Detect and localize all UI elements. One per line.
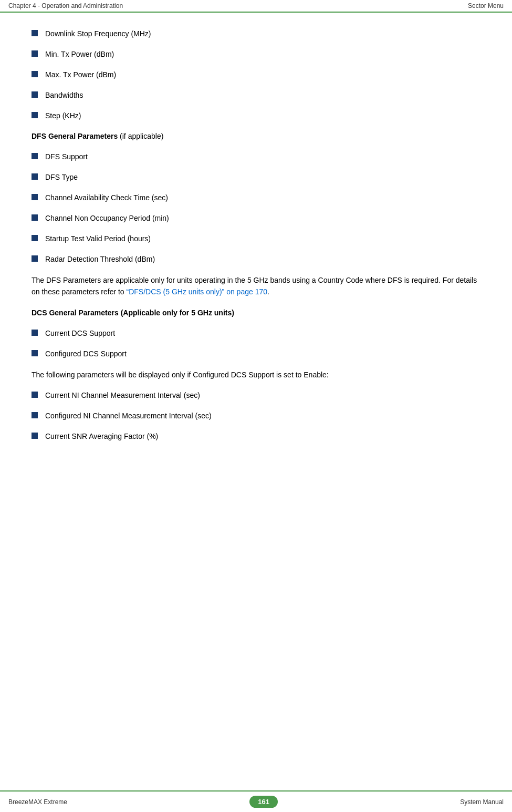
dfs-link[interactable]: “DFS/DCS (5 GHz units only)” on page 170 <box>127 287 267 296</box>
bullet-label: Startup Test Valid Period (hours) <box>45 233 151 244</box>
bullet-label: Configured NI Channel Measurement Interv… <box>45 410 212 422</box>
bullet-label: Current DCS Support <box>45 328 115 339</box>
bullet-icon <box>32 91 38 98</box>
bullet-label: Current SNR Averaging Factor (%) <box>45 431 158 442</box>
list-item: Current SNR Averaging Factor (%) <box>32 431 480 442</box>
list-item: DFS Support <box>32 151 480 162</box>
dfs-heading-normal: (if applicable) <box>118 132 163 140</box>
bullet-label: Channel Availability Check Time (sec) <box>45 192 168 203</box>
dcs-section-heading: DCS General Parameters (Applicable only … <box>32 307 480 318</box>
bullet-label: Downlink Stop Frequency (MHz) <box>45 28 151 39</box>
bullet-label: Configured DCS Support <box>45 348 127 359</box>
bullet-icon <box>32 412 38 418</box>
bullet-icon <box>32 214 38 221</box>
list-item: Current DCS Support <box>32 328 480 339</box>
footer-right-label: System Manual <box>460 798 504 806</box>
list-item: Startup Test Valid Period (hours) <box>32 233 480 244</box>
footer-left-label: BreezeMAX Extreme <box>8 798 67 806</box>
dcs-paragraph: The following parameters will be display… <box>32 369 480 381</box>
bullet-icon <box>32 235 38 241</box>
list-item: Max. Tx Power (dBm) <box>32 69 480 80</box>
dfs-heading-bold: DFS General Parameters <box>32 132 118 140</box>
bullet-label: Max. Tx Power (dBm) <box>45 69 116 80</box>
list-item: Bandwidths <box>32 90 480 101</box>
bullet-icon <box>32 71 38 77</box>
header-left: Chapter 4 - Operation and Administration <box>8 2 123 9</box>
bullet-icon <box>32 173 38 180</box>
list-item: DFS Type <box>32 172 480 183</box>
bullet-icon <box>32 330 38 336</box>
bullet-icon <box>32 350 38 356</box>
list-item: Downlink Stop Frequency (MHz) <box>32 28 480 39</box>
list-item: Configured NI Channel Measurement Interv… <box>32 410 480 422</box>
dfs-para-text-after: . <box>267 287 269 296</box>
bullet-label: Bandwidths <box>45 90 83 101</box>
list-item: Configured DCS Support <box>32 348 480 359</box>
list-item: Channel Non Occupancy Period (min) <box>32 213 480 224</box>
bullet-icon <box>32 392 38 398</box>
bullet-label: Current NI Channel Measurement Interval … <box>45 390 200 401</box>
list-item: Min. Tx Power (dBm) <box>32 49 480 60</box>
header-bar: Chapter 4 - Operation and Administration… <box>0 0 512 13</box>
bullet-label: Channel Non Occupancy Period (min) <box>45 213 169 224</box>
header-right: Sector Menu <box>468 2 504 9</box>
bullet-label: Min. Tx Power (dBm) <box>45 49 114 60</box>
bullet-label: Radar Detection Threshold (dBm) <box>45 254 155 265</box>
bullet-icon <box>32 112 38 118</box>
bullet-label: Step (KHz) <box>45 110 81 121</box>
dcs-heading-text: DCS General Parameters (Applicable only … <box>32 309 234 317</box>
bullet-label: DFS Support <box>45 151 88 162</box>
bullet-icon <box>32 153 38 159</box>
list-item: Radar Detection Threshold (dBm) <box>32 254 480 265</box>
list-item: Current NI Channel Measurement Interval … <box>32 390 480 401</box>
main-content: Downlink Stop Frequency (MHz) Min. Tx Po… <box>0 13 512 494</box>
list-item: Step (KHz) <box>32 110 480 121</box>
dfs-paragraph: The DFS Parameters are applicable only f… <box>32 274 480 298</box>
bullet-icon <box>32 433 38 439</box>
bullet-icon <box>32 255 38 262</box>
bullet-icon <box>32 30 38 36</box>
bullet-label: DFS Type <box>45 172 78 183</box>
list-item: Channel Availability Check Time (sec) <box>32 192 480 203</box>
bullet-icon <box>32 50 38 57</box>
dfs-section-heading: DFS General Parameters (if applicable) <box>32 131 480 142</box>
footer-bar: BreezeMAX Extreme 161 System Manual <box>0 790 512 812</box>
footer-page-number: 161 <box>249 796 278 808</box>
bullet-icon <box>32 194 38 200</box>
